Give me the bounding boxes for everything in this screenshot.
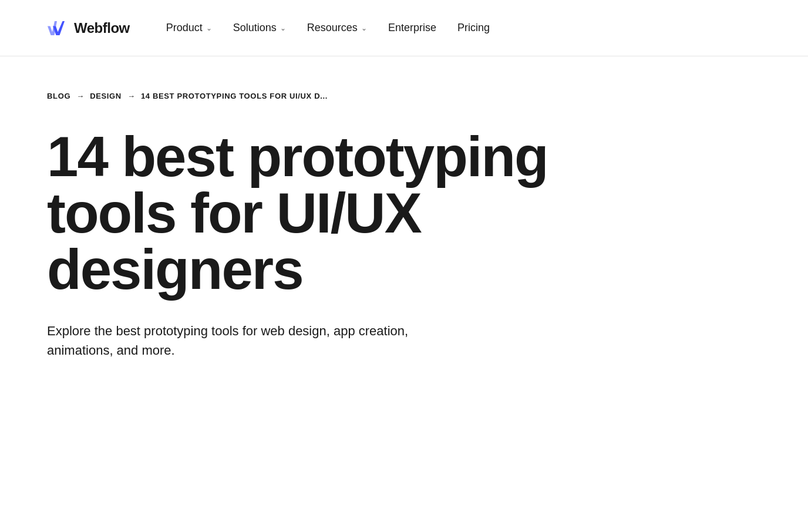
logo-text: Webflow — [74, 20, 130, 36]
resources-chevron-icon: ⌄ — [361, 24, 367, 32]
nav-link-product[interactable]: Product ⌄ — [158, 17, 220, 39]
nav-link-pricing[interactable]: Pricing — [449, 17, 498, 39]
product-chevron-icon: ⌄ — [206, 24, 212, 32]
breadcrumb-current: 14 BEST PROTOTYPING TOOLS FOR UI/UX D... — [141, 92, 328, 100]
nav-link-enterprise[interactable]: Enterprise — [380, 17, 445, 39]
main-nav: Webflow Product ⌄ Solutions ⌄ Resources … — [0, 0, 808, 56]
solutions-chevron-icon: ⌄ — [280, 24, 286, 32]
nav-link-resources-label: Resources — [307, 22, 358, 34]
webflow-logo-icon — [47, 18, 68, 39]
breadcrumb-arrow-2: → — [127, 92, 135, 100]
main-content: BLOG → DESIGN → 14 BEST PROTOTYPING TOOL… — [0, 56, 705, 407]
nav-link-solutions[interactable]: Solutions ⌄ — [225, 17, 294, 39]
hero-subtitle: Explore the best prototyping tools for w… — [47, 321, 458, 360]
breadcrumb: BLOG → DESIGN → 14 BEST PROTOTYPING TOOL… — [47, 92, 658, 100]
breadcrumb-arrow-1: → — [76, 92, 84, 100]
breadcrumb-blog[interactable]: BLOG — [47, 92, 70, 100]
nav-link-enterprise-label: Enterprise — [388, 22, 436, 34]
hero-title: 14 best prototyping tools for UI/UX desi… — [47, 129, 634, 298]
nav-link-product-label: Product — [166, 22, 203, 34]
nav-links-container: Product ⌄ Solutions ⌄ Resources ⌄ Enterp… — [158, 17, 761, 39]
logo-link[interactable]: Webflow — [47, 18, 130, 39]
nav-link-solutions-label: Solutions — [233, 22, 277, 34]
nav-link-pricing-label: Pricing — [457, 22, 490, 34]
breadcrumb-design[interactable]: DESIGN — [90, 92, 122, 100]
nav-link-resources[interactable]: Resources ⌄ — [299, 17, 375, 39]
